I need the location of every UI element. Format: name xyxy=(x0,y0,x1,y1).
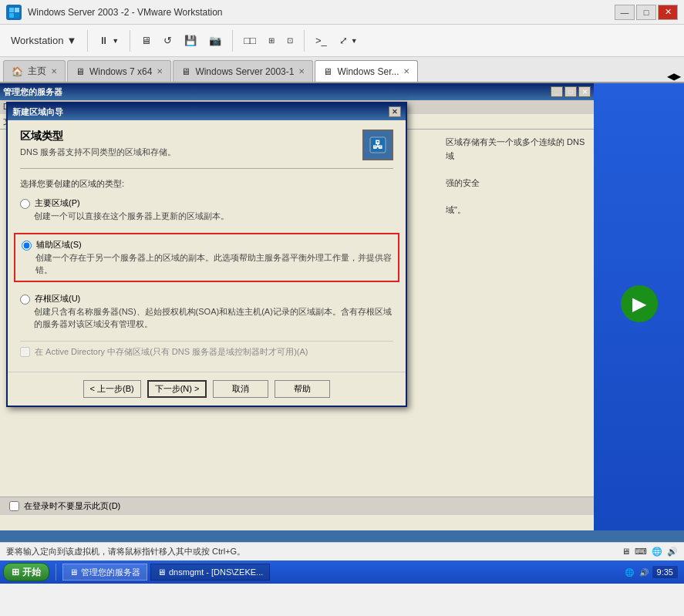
toolbar-save[interactable]: 💾 xyxy=(180,32,201,49)
svg-rect-3 xyxy=(15,13,19,18)
app-icon xyxy=(6,5,22,20)
tab-server2003-1[interactable]: 🖥 Windows Server 2003-1 ✕ xyxy=(173,60,313,82)
view3-icon: ⊡ xyxy=(287,36,293,45)
active-directory-option: 在 Active Directory 中存储区域(只有 DNS 服务器是域控制器… xyxy=(20,346,393,358)
right-panel-text3: 域"。 xyxy=(446,204,588,217)
tab-server2003-2[interactable]: 🖥 Windows Ser... ✕ xyxy=(315,60,418,82)
dialog-header-text: 区域类型 DNS 服务器支持不同类型的区域和存储。 xyxy=(20,130,176,158)
tray-network-icon: 🌐 xyxy=(623,566,635,578)
save-icon: 💾 xyxy=(184,35,197,46)
stub-zone-radio[interactable] xyxy=(20,295,30,305)
next-button[interactable]: 下一步(N) > xyxy=(147,380,207,398)
dialog-container: 新建区域向导 ✕ 区域类型 DNS 服务器支持不同类型的区域和存储。 xyxy=(6,102,407,407)
active-directory-label: 在 Active Directory 中存储区域(只有 DNS 服务器是域控制器… xyxy=(35,346,308,358)
taskbar-dnsmgmt[interactable]: 🖥 dnsmgmt - [DNS\ZEKE... xyxy=(150,564,270,581)
system-tray: 🌐 🔊 9:35 xyxy=(620,566,681,578)
toolbar-sep-1 xyxy=(87,30,88,52)
tab-navigation[interactable]: ◀ ▶ xyxy=(664,71,684,82)
home-tab-close[interactable]: ✕ xyxy=(51,67,57,76)
manage-server-taskbar-label: 管理您的服务器 xyxy=(81,567,140,578)
tray-volume-icon: 🔊 xyxy=(638,566,650,578)
tab-next-icon[interactable]: ▶ xyxy=(674,71,681,82)
dialog-zone-type-title: 区域类型 xyxy=(20,130,176,143)
right-panel-text1: 区域存储有关一个或多个连续的 DNS 域 xyxy=(446,136,588,163)
windows-flag-icon: ⊞ xyxy=(12,567,19,577)
notice-icons: 🖥 ⌨ 🌐 🔊 xyxy=(622,547,678,557)
toolbar-fullscreen[interactable]: ⤢ ▼ xyxy=(335,32,362,49)
manage-server-titlebar: 管理您的服务器 _ □ ✕ xyxy=(0,83,594,100)
primary-zone-option: 主要区域(P) 创建一个可以直接在这个服务器上更新的区域副本。 xyxy=(20,197,393,222)
toolbar-monitor[interactable]: 🖥 xyxy=(136,32,156,49)
notice-text: 要将输入定向到该虚拟机，请将鼠标指针移入其中或按 Ctrl+G。 xyxy=(6,546,245,557)
secondary-zone-desc: 创建一个存在于另一个服务器上的区域的副本。此选项帮助主服务器平衡外理工作量，并提… xyxy=(35,252,392,276)
primary-zone-radio[interactable] xyxy=(20,199,30,209)
toolbar-terminal[interactable]: >_ xyxy=(311,32,332,49)
secondary-zone-radio[interactable] xyxy=(22,241,32,251)
start-label: 开始 xyxy=(22,566,41,579)
cancel-button[interactable]: 取消 xyxy=(213,380,268,398)
taskbar-manage-server[interactable]: 🖥 管理您的服务器 xyxy=(62,564,147,581)
vm-tabs: 🏠 主页 ✕ 🖥 Windows 7 x64 ✕ 🖥 Windows Serve… xyxy=(0,57,684,83)
stub-zone-desc: 创建只含有名称服务器(NS)、起始授权机构(SOA)和粘连主机(A)记录的区域副… xyxy=(34,306,393,330)
maximize-button[interactable]: □ xyxy=(636,5,656,20)
ms-maximize[interactable]: □ xyxy=(564,86,577,97)
vm-screen-area: 管理您的服务器 _ □ ✕ DNS\Z43K862-0126208\正在查找区域… xyxy=(0,83,684,542)
window-controls: — □ ✕ xyxy=(615,5,678,20)
tab-win7[interactable]: 🖥 Windows 7 x64 ✕ xyxy=(67,60,171,82)
resize-handle[interactable] xyxy=(578,83,594,530)
toolbar-view1[interactable]: □□ xyxy=(239,32,261,49)
win7-tab-close[interactable]: ✕ xyxy=(157,67,163,76)
server2-tab-label: Windows Ser... xyxy=(337,66,399,77)
desktop-right: ▶ xyxy=(594,83,684,530)
desktop-icon-run[interactable]: ▶ xyxy=(621,285,658,322)
window-title: Windows Server 2003 -2 - VMware Workstat… xyxy=(28,7,615,18)
start-button[interactable]: ⊞ 开始 xyxy=(3,563,49,581)
stub-zone-option: 存根区域(U) 创建只含有名称服务器(NS)、起始授权机构(SOA)和粘连主机(… xyxy=(20,293,393,330)
taskbar-sep xyxy=(56,564,56,581)
notice-monitor-icon: 🖥 xyxy=(622,547,630,557)
manage-server-title: 管理您的服务器 xyxy=(3,86,62,98)
toolbar-snapshot[interactable]: 📷 xyxy=(204,32,226,49)
toolbar-view3[interactable]: ⊡ xyxy=(282,33,298,48)
pause-button[interactable]: ⏸ ▼ xyxy=(94,32,123,49)
manage-server-bg: 管理您的服务器 _ □ ✕ DNS\Z43K862-0126208\正在查找区域… xyxy=(0,83,594,530)
bottom-notice: 要将输入定向到该虚拟机，请将鼠标指针移入其中或按 Ctrl+G。 🖥 ⌨ 🌐 🔊 xyxy=(0,542,684,560)
svg-rect-2 xyxy=(9,13,14,18)
ms-minimize[interactable]: _ xyxy=(551,86,563,97)
toolbar-refresh[interactable]: ↺ xyxy=(159,32,177,49)
primary-zone-label: 主要区域(P) xyxy=(35,197,80,209)
minimize-button[interactable]: — xyxy=(615,5,635,20)
workstation-label: Workstation xyxy=(11,35,63,46)
no-show-checkbox[interactable] xyxy=(9,501,19,511)
dialog-header: 区域类型 DNS 服务器支持不同类型的区域和存储。 🖧 xyxy=(20,130,393,169)
dnsmgmt-taskbar-icon: 🖥 xyxy=(157,567,166,577)
snapshot-icon: 📷 xyxy=(209,35,221,46)
tab-home[interactable]: 🏠 主页 ✕ xyxy=(3,60,66,82)
back-button[interactable]: < 上一步(B) xyxy=(83,380,141,398)
dnsmgmt-taskbar-label: dnsmgmt - [DNS\ZEKE... xyxy=(169,567,263,577)
server2-tab-close[interactable]: ✕ xyxy=(403,67,409,76)
new-zone-wizard-dialog: 新建区域向导 ✕ 区域类型 DNS 服务器支持不同类型的区域和存储。 xyxy=(6,102,407,407)
dialog-section-label: 选择您要创建的区域的类型: xyxy=(20,178,393,190)
refresh-icon: ↺ xyxy=(163,35,172,46)
title-bar: Windows Server 2003 -2 - VMware Workstat… xyxy=(0,0,684,25)
server1-tab-label: Windows Server 2003-1 xyxy=(195,66,294,77)
right-panel: 区域存储有关一个或多个连续的 DNS 域 强的安全 域"。 xyxy=(440,130,594,224)
dialog-content: 区域类型 DNS 服务器支持不同类型的区域和存储。 🖧 选择您要创建的区域的类型… xyxy=(8,120,406,372)
dialog-close-btn[interactable]: ✕ xyxy=(389,106,401,117)
workstation-menu[interactable]: Workstation ▼ xyxy=(6,32,81,49)
notice-keyboard-icon: ⌨ xyxy=(635,547,647,557)
secondary-zone-label: 辅助区域(S) xyxy=(36,239,82,251)
close-button[interactable]: ✕ xyxy=(658,5,678,20)
tab-prev-icon[interactable]: ◀ xyxy=(667,71,674,82)
server1-tab-close[interactable]: ✕ xyxy=(298,67,305,76)
toolbar-sep-2 xyxy=(130,30,130,52)
no-show-label: 在登录时不要显示此页(D) xyxy=(24,500,120,512)
dialog-zone-type-subtitle: DNS 服务器支持不同类型的区域和存储。 xyxy=(20,146,176,158)
view1-icon: □□ xyxy=(244,35,256,46)
primary-zone-desc: 创建一个可以直接在这个服务器上更新的区域副本。 xyxy=(34,210,393,222)
toolbar-view2[interactable]: ⊞ xyxy=(264,33,279,48)
notice-volume-icon: 🔊 xyxy=(667,547,678,557)
help-button[interactable]: 帮助 xyxy=(275,380,330,398)
manage-server-statusbar: 在登录时不要显示此页(D) xyxy=(0,497,594,515)
